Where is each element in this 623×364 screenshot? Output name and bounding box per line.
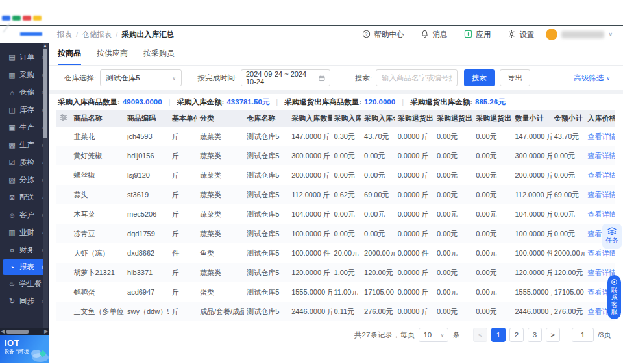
hscrollbar-thumb[interactable] <box>6 330 29 334</box>
advanced-filter-toggle[interactable]: 高级筛选 ∨ <box>574 73 610 83</box>
view-details-link[interactable]: 查看详情 <box>587 171 615 179</box>
sidebar-scrollbar-thumb[interactable] <box>43 49 47 138</box>
sidebar-item-label: 生产 <box>19 140 42 150</box>
scroll-right-arrow-icon[interactable]: ▶ <box>43 328 49 335</box>
sidebar-item-report[interactable]: ◔报表› <box>3 259 46 275</box>
view-details-link[interactable]: 查看详情 <box>587 132 615 140</box>
table-row: 韭菜花jch4593斤蔬菜类测试仓库5147.0000 斤0.30元43.70元… <box>56 127 615 146</box>
task-float-button[interactable]: 任务 <box>602 224 622 249</box>
export-button[interactable]: 导出 <box>500 69 530 86</box>
table-cell-action: 查看详情 <box>585 185 615 204</box>
sidebar-item-student-meal[interactable]: ♨学生餐 <box>0 275 49 293</box>
view-details-link[interactable]: 查看详情 <box>587 191 615 199</box>
sidebar-item-inventory[interactable]: ◫库存› <box>0 101 49 119</box>
page-jump-input[interactable] <box>572 328 594 342</box>
warehouse-select-value: 测试仓库5 <box>106 73 140 83</box>
search-button[interactable]: 搜索 <box>464 69 495 86</box>
next-page-button[interactable]: > <box>546 328 560 342</box>
sidebar-item-delivery[interactable]: ⊠配送› <box>0 189 49 206</box>
summary-value: 433781.50元 <box>226 97 269 107</box>
search-label: 搜索: <box>355 73 372 83</box>
header-action-settings[interactable]: 设置 <box>507 30 534 40</box>
logo-slash <box>3 23 39 32</box>
sidebar-item-customer[interactable]: ☺客户› <box>0 206 49 224</box>
header-action-apps[interactable]: 应用 <box>464 30 491 40</box>
sidebar-item-business-finance[interactable]: ▥业财› <box>0 224 49 241</box>
sidebar-item-production-1[interactable]: ▣生产› <box>0 119 49 136</box>
table-cell: 0.00元 <box>332 224 361 243</box>
table-cell: 0.00元 <box>434 185 473 204</box>
table-cell: 测试仓库5 <box>244 146 289 165</box>
page-button-3[interactable]: 3 <box>528 328 542 342</box>
production-2-icon: ▩ <box>7 141 17 149</box>
sidebar-item-quality[interactable]: ☑质检› <box>0 154 49 171</box>
iot-banner[interactable]: IOT 设备与环境 <box>0 335 49 363</box>
sidebar-item-order[interactable]: ▤订单› <box>0 49 49 66</box>
summary-bar: 采购入库商品数量:49093.0000|采购入库金额:433781.50元|采购… <box>49 94 623 110</box>
table-cell: 0.0000 斤 <box>395 204 434 224</box>
row-icon-cell <box>56 302 71 321</box>
sidebar-item-finance[interactable]: ¤财务› <box>0 241 49 259</box>
search-input[interactable] <box>376 69 458 86</box>
sidebar-item-production-2[interactable]: ▩生产› <box>0 136 49 154</box>
breadcrumb-item[interactable]: 报表 <box>57 30 72 40</box>
sidebar-item-sync[interactable]: ↻同步› <box>0 293 49 310</box>
task-label: 任务 <box>605 236 618 245</box>
page-button-2[interactable]: 2 <box>509 328 524 342</box>
filter-bar: 仓库选择: 测试仓库5 ∨ 按完成时间: 2024-09-24 ~ 2024-1… <box>49 66 623 90</box>
view-details-link[interactable]: 查看详情 <box>587 269 615 276</box>
inventory-icon: ◫ <box>7 106 17 114</box>
column-header: 基本单位 <box>169 110 197 127</box>
table-cell: 0.0000 斤 <box>395 165 434 185</box>
prev-page-button[interactable]: < <box>473 328 487 342</box>
table-cell: 0.00元 <box>332 204 361 224</box>
view-details-link[interactable]: 查看详情 <box>587 249 615 257</box>
row-icon-cell <box>56 127 71 146</box>
sidebar-scrollbar-track[interactable]: ▲ <box>43 43 48 328</box>
business-finance-icon: ▥ <box>7 228 17 237</box>
sidebar-item-storage[interactable]: ⌂仓储› <box>0 84 49 101</box>
warehouse-select[interactable]: 测试仓库5 ∨ <box>100 69 182 86</box>
table-cell: 蔬菜类 <box>197 204 244 224</box>
table-cell: acd6947 <box>125 282 169 302</box>
sorting-icon: ▧ <box>7 176 17 184</box>
sidebar-item-label: 分拣 <box>19 175 42 185</box>
avatar[interactable] <box>546 29 557 40</box>
column-header: 商品名称 <box>71 110 125 127</box>
table-cell: 100.0000 斤 <box>512 224 551 243</box>
tab-by-purchaser[interactable]: 按采购员 <box>143 48 175 65</box>
table-cell: 276.00元 <box>552 302 585 321</box>
date-range-picker[interactable]: 2024-09-24 ~ 2024-10-24 <box>241 69 330 86</box>
sidebar-item-purchase[interactable]: ▦采购› <box>0 66 49 84</box>
table-row: 冻青豆dqd1759斤蔬菜类测试仓库5100.0000 斤0.00元0.00元0… <box>56 224 615 243</box>
scroll-up-arrow-icon[interactable]: ▲ <box>43 43 47 48</box>
summary-label: 采购退货出库商品数量: <box>284 97 361 107</box>
tab-by-supplier[interactable]: 按供应商 <box>97 48 128 65</box>
page-button-1[interactable]: 1 <box>491 328 506 342</box>
breadcrumb-item[interactable]: 仓储报表 <box>82 30 112 40</box>
table-cell: 斤 <box>169 127 197 146</box>
user-menu[interactable]: ∨ <box>546 29 623 40</box>
sidebar-item-label: 生产 <box>19 123 42 132</box>
view-details-link[interactable]: 查看详情 <box>587 210 615 218</box>
header-action-help-center[interactable]: ?帮助中心 <box>362 30 404 40</box>
sidebar-item-sorting[interactable]: ▧分拣› <box>0 171 49 189</box>
page-size-select[interactable]: 10 ∨ <box>419 328 448 342</box>
header-action-messages[interactable]: 消息 <box>421 30 447 40</box>
summary-value: 885.26元 <box>475 97 506 107</box>
page-size-value: 10 <box>423 331 432 339</box>
view-details-link[interactable]: 查看详情 <box>587 152 615 160</box>
sidebar-item-label: 库存 <box>19 105 42 115</box>
sidebar-item-label: 订单 <box>19 53 42 62</box>
row-icon-cell <box>56 263 71 282</box>
customer-service-float-button[interactable]: 联系客服 <box>607 275 621 319</box>
table-cell: 0.0000 斤 <box>395 185 434 204</box>
table-cell: 成品/套餐/成品 <box>197 302 244 321</box>
table-cell: 斤 <box>169 302 197 321</box>
column-header: 采购退货出库数量 <box>395 110 434 127</box>
tab-by-product[interactable]: 按商品 <box>58 48 81 65</box>
table-cell: 蔬菜类 <box>197 185 244 204</box>
scroll-left-arrow-icon[interactable]: ◀ <box>0 328 5 335</box>
sidebar-hscrollbar[interactable]: ◀ ▶ <box>0 328 49 335</box>
column-settings-header[interactable] <box>56 110 71 127</box>
